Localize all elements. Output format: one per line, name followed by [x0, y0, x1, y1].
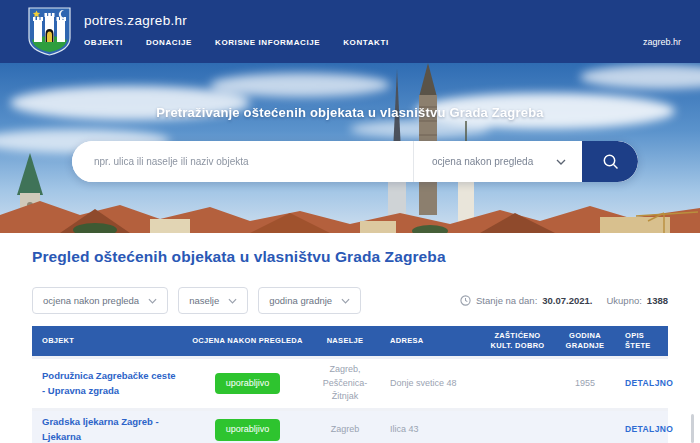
cell-zasticeno — [480, 358, 555, 410]
status-date: 30.07.2021. — [542, 295, 592, 306]
navbar: potres.zagreb.hr OBJEKTI DONACIJE KORISN… — [0, 0, 700, 63]
zagreb-hr-link[interactable]: zagreb.hr — [643, 37, 681, 47]
col-opis: OPIS ŠTETE — [615, 326, 668, 358]
col-naselje: NASELJE — [310, 326, 380, 358]
col-objekt: OBJEKT — [32, 326, 185, 358]
cell-naselje: Zagreb, Peščenica-Žitnjak — [310, 358, 380, 410]
filter-godina-dropdown[interactable]: godina gradnje — [258, 287, 361, 314]
chevron-down-icon — [556, 159, 566, 165]
hero-section: Pretraživanje oštećenih objekata u vlasn… — [0, 63, 700, 233]
col-godina: GODINA GRADNJE — [555, 326, 615, 358]
cell-adresa: Ilica 43 — [380, 409, 480, 443]
table-row: Gradska ljekarna Zagreb - Ljekarna upora… — [32, 409, 668, 443]
chevron-down-icon — [228, 298, 237, 304]
detail-link[interactable]: DETALJNO — [625, 378, 673, 388]
search-bar: ocjena nakon pregleda — [72, 141, 638, 182]
cell-godina — [555, 409, 615, 443]
object-link[interactable]: Podružnica Zagrebačke ceste - Upravna zg… — [42, 369, 179, 398]
filter-ocjena-dropdown[interactable]: ocjena nakon pregleda — [32, 287, 168, 314]
page-title: Pregled oštećenih objekata u vlasništvu … — [32, 248, 668, 266]
status-info: Stanje na dan: 30.07.2021. Ukupno: 1388 — [460, 295, 668, 306]
filter-naselje-dropdown[interactable]: naselje — [178, 287, 248, 314]
search-category-value: ocjena nakon pregleda — [432, 156, 533, 167]
cell-zasticeno — [480, 409, 555, 443]
hero-title: Pretraživanje oštećenih objekata u vlasn… — [0, 105, 700, 120]
detail-link[interactable]: DETALJNO — [625, 424, 673, 434]
col-zasticeno: ZAŠTIĆENO KULT. DOBRO — [480, 326, 555, 358]
object-link[interactable]: Gradska ljekarna Zagreb - Ljekarna — [42, 415, 179, 443]
search-category-dropdown[interactable]: ocjena nakon pregleda — [414, 141, 582, 182]
cell-adresa: Donje svetice 48 — [380, 358, 480, 410]
filter-label: ocjena nakon pregleda — [43, 295, 139, 306]
search-input[interactable] — [72, 141, 413, 182]
status-badge: uporabljivo — [215, 419, 281, 441]
filter-label: godina gradnje — [269, 295, 332, 306]
search-icon — [602, 153, 619, 170]
status-date-label: Stanje na dan: — [476, 295, 537, 306]
filter-label: naselje — [189, 295, 219, 306]
cell-naselje: Zagreb — [310, 409, 380, 443]
clock-icon — [460, 295, 471, 306]
brand-title[interactable]: potres.zagreb.hr — [84, 13, 187, 28]
col-ocjena: OCJENA NAKON PREGLEDA — [185, 326, 310, 358]
cell-godina: 1955 — [555, 358, 615, 410]
table-header-row: OBJEKT OCJENA NAKON PREGLEDA NASELJE ADR… — [32, 326, 668, 358]
zagreb-coat-of-arms-logo[interactable] — [26, 6, 73, 57]
chevron-down-icon — [341, 298, 350, 304]
menu-item-donacije[interactable]: DONACIJE — [146, 38, 192, 47]
menu-item-kontakti[interactable]: KONTAKTI — [343, 38, 389, 47]
col-adresa: ADRESA — [380, 326, 480, 358]
menu-item-objekti[interactable]: OBJEKTI — [84, 38, 123, 47]
status-total: 1388 — [647, 295, 668, 306]
content-section: Pregled oštećenih objekata u vlasništvu … — [0, 233, 700, 443]
filter-row: ocjena nakon pregleda naselje godina gra… — [32, 287, 668, 314]
menu-item-korisne-informacije[interactable]: KORISNE INFORMACIJE — [215, 38, 320, 47]
search-button[interactable] — [582, 141, 638, 182]
objects-table: OBJEKT OCJENA NAKON PREGLEDA NASELJE ADR… — [32, 326, 668, 443]
chevron-down-icon — [148, 298, 157, 304]
page: potres.zagreb.hr OBJEKTI DONACIJE KORISN… — [0, 0, 700, 443]
status-total-label: Ukupno: — [606, 295, 641, 306]
table-row: Podružnica Zagrebačke ceste - Upravna zg… — [32, 358, 668, 410]
status-badge: uporabljivo — [215, 373, 281, 395]
scrollbar[interactable] — [691, 414, 694, 443]
main-menu: OBJEKTI DONACIJE KORISNE INFORMACIJE KON… — [84, 38, 389, 47]
